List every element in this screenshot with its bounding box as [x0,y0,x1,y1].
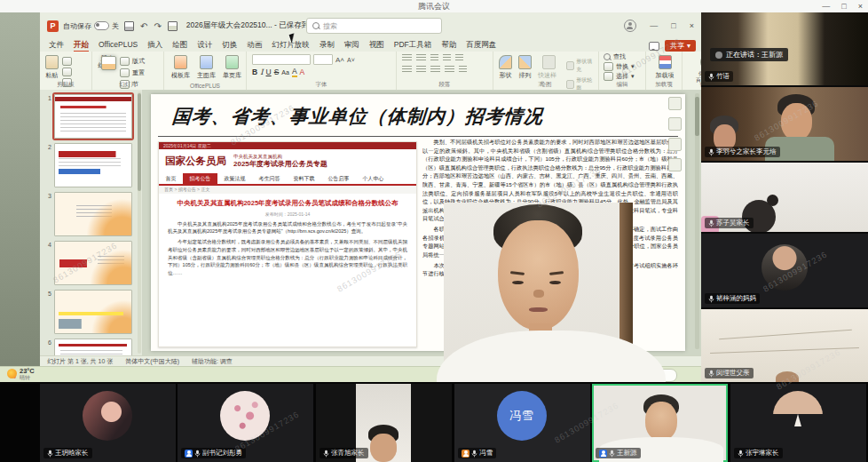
undo-button[interactable]: ↶ [140,21,147,31]
autosave-toggle[interactable]: 自动保存 关 [63,21,119,31]
character-spacing-button[interactable]: Aa [281,69,289,76]
font-name-box[interactable] [252,54,311,65]
line-spacing-icon[interactable] [455,54,463,62]
ppt-search-box[interactable]: 搜索 [306,18,442,34]
ppt-close-button[interactable]: × [690,21,694,30]
video-tile[interactable]: 正在讲话：王新源 竹语 [701,12,868,85]
template-library-button[interactable]: 模板库 [171,55,190,80]
arrange-button[interactable]: 排列 [518,55,532,80]
align-right-icon[interactable] [430,66,440,74]
thumbnail-scrollbar[interactable] [138,92,141,354]
pane-icon[interactable] [668,138,682,151]
arrange-icon [518,55,532,69]
minimize-button[interactable]: — [822,2,830,11]
slide-thumbnail[interactable] [54,143,132,187]
page-library-icon [225,55,239,69]
align-left-icon[interactable] [402,66,412,74]
powerpoint-icon[interactable]: P [47,20,59,32]
weather-widget[interactable]: 23°C 晴转 [7,368,35,380]
pane-icon[interactable] [668,117,682,131]
comments-icon[interactable] [649,42,659,51]
video-tile[interactable]: 李羽兮之家长李元培 [701,87,868,161]
slide-thumbnail[interactable] [54,94,132,139]
slideshow-icon[interactable] [168,21,178,31]
slide-thumbnail[interactable] [54,339,132,355]
menu-tab[interactable]: 插入 [147,40,162,51]
shrink-font-button[interactable]: A˅ [347,57,355,63]
accessibility-status[interactable]: 辅助功能: 调查 [192,357,233,366]
find-button[interactable]: 查找 [599,52,645,61]
italic-button[interactable]: I [260,68,263,76]
underline-button[interactable]: U [266,68,272,76]
maximize-button[interactable]: □ [841,2,846,11]
share-button[interactable]: 共享 ▾ [665,40,696,52]
menu-tab[interactable]: OfficePLUS [99,40,138,51]
slide-thumbnail[interactable] [54,241,132,285]
menu-tab[interactable]: 文件 [49,40,64,51]
slide-thumbnail[interactable] [54,290,132,334]
cut-icon[interactable] [62,57,72,66]
participant-label: 苏子昊家长 [705,218,754,228]
numbering-icon[interactable] [416,54,426,62]
account-icon[interactable] [624,20,636,32]
layout-button[interactable]: 版式 [120,57,145,66]
ppt-maximize-button[interactable]: □ [671,21,675,30]
shapes-button[interactable]: 形状 [499,55,512,80]
indent-decrease-icon[interactable] [430,54,438,62]
replace-button[interactable]: 替换 ▾ [599,61,645,71]
active-speaker-tile[interactable]: 王新源 [592,384,728,462]
copy-icon[interactable] [62,68,72,76]
menu-tab[interactable]: 开始 [74,40,89,51]
grow-font-button[interactable]: A˄ [335,56,344,64]
avatar-initials: 冯雪 [509,408,534,424]
close-button[interactable]: × [858,2,863,11]
font-size-box[interactable] [313,54,333,65]
slide-scrollbar[interactable] [695,93,699,349]
font-color-button[interactable]: A [300,68,305,76]
shapes-icon [499,55,512,69]
video-tile[interactable]: 副书记刘彤勇 [178,384,313,462]
menu-tab[interactable]: 切换 [222,40,237,51]
language-indicator[interactable]: 简体中文(中国大陆) [125,357,179,366]
paste-button[interactable]: 粘贴 [45,55,59,80]
bullets-icon[interactable] [402,54,412,62]
highlight-button[interactable]: A [292,67,297,77]
bold-button[interactable]: B [252,68,257,76]
menu-tab[interactable]: 百度网盘 [466,40,496,51]
page-library-button[interactable]: 单页库 [223,55,241,80]
slide-thumbnail[interactable] [54,192,132,236]
menu-tab[interactable]: 绘图 [172,40,187,51]
select-button[interactable]: 选择 ▾ [599,71,645,81]
shape-fill-button[interactable]: 形状填充 [566,58,595,74]
video-tile[interactable]: 冯雪 冯雪 [454,384,590,462]
strikethrough-button[interactable]: S [274,68,280,76]
menu-tab[interactable]: 审阅 [344,40,359,51]
addins-button[interactable]: 加载项 [656,55,675,80]
save-icon[interactable] [124,21,134,31]
pane-icon[interactable] [668,158,682,171]
menu-tab[interactable]: 视图 [369,40,384,51]
redo-button[interactable]: ↷ [154,21,161,31]
menu-tab[interactable]: 动画 [247,40,262,51]
video-tile[interactable]: 苏子昊家长 [701,163,868,232]
menu-tab[interactable]: 帮助 [441,40,456,51]
pane-icon[interactable] [668,97,682,110]
video-tile[interactable]: 张宇琳家长 [730,384,866,462]
video-tile[interactable]: 王玥晗家长 [40,384,176,462]
menu-tab[interactable]: 设计 [197,40,212,51]
video-tile[interactable]: 褚梓涵的妈妈 [701,234,868,307]
participant-label: 张宇琳家长 [734,448,783,458]
image-library-button[interactable]: 主图库 [197,55,216,80]
reset-button[interactable]: 重置 [120,68,145,77]
menu-tab[interactable]: 录制 [320,40,335,51]
align-center-icon[interactable] [416,66,426,74]
new-slide-button[interactable]: 新建幻灯片 [98,55,116,69]
indent-increase-icon[interactable] [443,54,451,62]
template-library-icon [174,55,187,69]
justify-icon[interactable] [445,66,454,74]
menu-tab[interactable]: PDF工具箱 [394,40,432,51]
video-tile[interactable]: 闵理世父亲 [701,309,868,382]
video-tile[interactable]: 张青旭家长 [316,384,452,462]
ppt-minimize-button[interactable]: — [650,21,658,30]
columns-icon[interactable] [459,66,467,74]
